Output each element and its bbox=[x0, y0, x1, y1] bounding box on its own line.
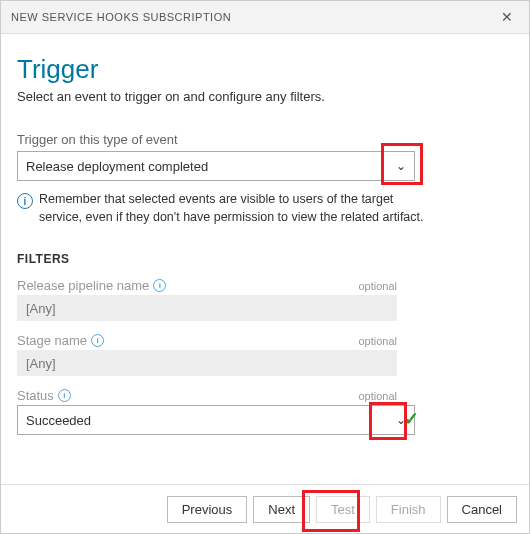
info-icon: i bbox=[17, 193, 33, 209]
cancel-button[interactable]: Cancel bbox=[447, 496, 517, 523]
filter-status-value: Succeeded bbox=[26, 413, 91, 428]
filter-pipeline-input[interactable]: [Any] bbox=[17, 295, 397, 321]
filter-status: Status i optional Succeeded ⌄ ✓ bbox=[17, 388, 397, 435]
checkmark-icon: ✓ bbox=[404, 408, 419, 430]
filter-pipeline: Release pipeline name i optional [Any] bbox=[17, 278, 397, 321]
previous-button[interactable]: Previous bbox=[167, 496, 248, 523]
page-subtitle: Select an event to trigger on and config… bbox=[17, 89, 513, 104]
info-text: Remember that selected events are visibl… bbox=[39, 191, 437, 226]
close-icon[interactable]: ✕ bbox=[495, 7, 519, 27]
next-button[interactable]: Next bbox=[253, 496, 310, 523]
dialog-content: Trigger Select an event to trigger on an… bbox=[1, 34, 529, 484]
event-type-select[interactable]: Release deployment completed ⌄ bbox=[17, 151, 415, 181]
test-button[interactable]: Test bbox=[316, 496, 370, 523]
dialog-header: NEW SERVICE HOOKS SUBSCRIPTION ✕ bbox=[1, 1, 529, 34]
optional-tag: optional bbox=[358, 280, 397, 292]
dialog-title: NEW SERVICE HOOKS SUBSCRIPTION bbox=[11, 11, 231, 23]
info-icon[interactable]: i bbox=[58, 389, 71, 402]
info-icon[interactable]: i bbox=[91, 334, 104, 347]
dialog-window: NEW SERVICE HOOKS SUBSCRIPTION ✕ Trigger… bbox=[0, 0, 530, 534]
filter-status-select[interactable]: Succeeded ⌄ bbox=[17, 405, 415, 435]
event-type-label: Trigger on this type of event bbox=[17, 132, 513, 147]
filter-status-label: Status i bbox=[17, 388, 397, 403]
chevron-down-icon: ⌄ bbox=[396, 159, 406, 173]
event-type-value: Release deployment completed bbox=[26, 159, 208, 174]
filter-stage-label: Stage name i bbox=[17, 333, 397, 348]
optional-tag: optional bbox=[358, 335, 397, 347]
finish-button[interactable]: Finish bbox=[376, 496, 441, 523]
filter-stage: Stage name i optional [Any] bbox=[17, 333, 397, 376]
filter-stage-input[interactable]: [Any] bbox=[17, 350, 397, 376]
optional-tag: optional bbox=[358, 390, 397, 402]
filters-heading: FILTERS bbox=[17, 252, 513, 266]
filter-pipeline-label: Release pipeline name i bbox=[17, 278, 397, 293]
info-icon[interactable]: i bbox=[153, 279, 166, 292]
dialog-footer: Previous Next Test Finish Cancel bbox=[1, 484, 529, 533]
page-title: Trigger bbox=[17, 54, 513, 85]
info-row: i Remember that selected events are visi… bbox=[17, 191, 437, 226]
